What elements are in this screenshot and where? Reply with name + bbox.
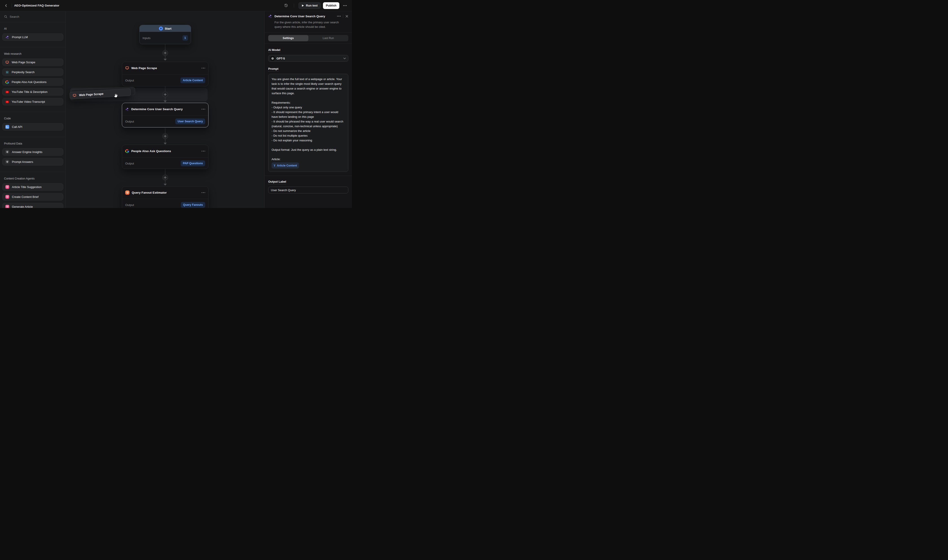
- panel-title: Determine Core User Search Query: [274, 15, 335, 18]
- dragged-item-label: Web Page Scrape: [79, 92, 104, 97]
- node-menu-button[interactable]: [202, 109, 205, 110]
- sparkles-icon: [268, 14, 272, 18]
- output-value-badge[interactable]: Article Content: [180, 77, 205, 83]
- sidebar-item-label: YouTube Video Transcript: [12, 100, 45, 103]
- node-title: Web Page Scrape: [131, 66, 199, 70]
- section-label-web-research: Web research: [4, 52, 62, 55]
- publish-button[interactable]: Publish: [323, 2, 339, 9]
- flow-builder-app: AEO-Optimized FAQ Generator Run test Pub…: [0, 0, 352, 208]
- flow-canvas[interactable]: Start Inputs 1 Web Page Scrape Output Ar…: [66, 11, 265, 208]
- search-icon: [4, 15, 8, 18]
- arrow-down-icon: [164, 143, 167, 145]
- sidebar-item-label: Web Page Scrape: [12, 61, 35, 64]
- publish-label: Publish: [326, 4, 336, 7]
- profound-dark-icon: [5, 160, 9, 164]
- output-label: Output: [125, 120, 134, 123]
- start-node-title: Start: [165, 27, 171, 30]
- plus-icon: [164, 52, 166, 54]
- plus-icon: [164, 93, 166, 96]
- tab-settings[interactable]: Settings: [268, 35, 308, 41]
- youtube-icon: [5, 90, 9, 94]
- divider: [294, 4, 294, 8]
- sidebar-item-label: Call API: [12, 125, 22, 129]
- ellipsis-icon: [343, 5, 347, 6]
- node-title: Query Fanout Estimator: [132, 191, 199, 194]
- sidebar-item-label: Answer Engine Insights: [12, 150, 42, 154]
- start-node-body: Inputs 1: [140, 32, 191, 44]
- node-menu-button[interactable]: [202, 151, 205, 152]
- inputs-count-badge[interactable]: 1: [182, 35, 188, 41]
- divider: [0, 172, 66, 172]
- node-web-page-scrape[interactable]: Web Page Scrape Output Article Content: [122, 62, 208, 86]
- arrow-down-icon: [164, 100, 167, 102]
- add-node-button[interactable]: [162, 50, 168, 56]
- sidebar-item-people-also-ask[interactable]: People Also Ask Questions: [2, 78, 63, 86]
- panel-menu-button[interactable]: [337, 16, 341, 17]
- arrow-down-icon: [164, 59, 167, 61]
- tab-last-run[interactable]: Last Run: [308, 35, 349, 41]
- prompt-editor[interactable]: You are given the full text of a webpage…: [268, 74, 348, 172]
- output-value-badge[interactable]: PAP Questions: [181, 160, 205, 166]
- workflow-title: AEO-Optimized FAQ Generator: [14, 4, 59, 7]
- monitor-icon: [73, 94, 77, 97]
- sidebar-item-create-content-brief[interactable]: Create Content Brief: [2, 193, 63, 201]
- sidebar-item-prompt-llm[interactable]: Prompt LLM: [2, 34, 63, 41]
- history-icon: [284, 4, 288, 8]
- add-node-button[interactable]: [162, 92, 168, 97]
- close-icon[interactable]: [345, 15, 348, 18]
- more-menu-button[interactable]: [342, 2, 348, 9]
- plus-icon: [164, 135, 166, 137]
- history-button[interactable]: [283, 2, 289, 9]
- run-test-button[interactable]: Run test: [299, 2, 321, 9]
- monitor-icon: [5, 61, 9, 64]
- ai-model-select[interactable]: GPT-5: [268, 55, 348, 62]
- output-value-badge[interactable]: User Search Query: [175, 118, 205, 124]
- youtube-icon: [5, 100, 9, 104]
- sidebar-item-perplexity-search[interactable]: Perplexity Search: [2, 68, 63, 76]
- sidebar-item-web-page-scrape[interactable]: Web Page Scrape: [2, 58, 63, 66]
- node-determine-core-user-search-query[interactable]: Determine Core User Search Query Output …: [122, 103, 208, 128]
- output-value-badge[interactable]: Query Fanouts: [181, 202, 205, 208]
- back-button[interactable]: [3, 2, 9, 9]
- plus-icon: [164, 176, 166, 179]
- profound-pink-icon: [5, 195, 9, 199]
- ai-model-label: AI Model: [268, 48, 280, 52]
- terminal-icon: [5, 125, 9, 129]
- section-label-code: Code: [4, 117, 62, 120]
- sidebar-item-youtube-transcript[interactable]: YouTube Video Transcript: [2, 98, 63, 105]
- sidebar-item-label: Generate Article: [12, 205, 33, 208]
- sidebar-item-label: People Also Ask Questions: [12, 80, 46, 84]
- output-label-input[interactable]: [268, 187, 348, 194]
- sidebar-item-answer-engine-insights[interactable]: Answer Engine Insights: [2, 148, 63, 156]
- node-menu-button[interactable]: [202, 192, 205, 193]
- section-label-profound-data: Profound Data: [4, 142, 62, 145]
- start-node-header: Start: [140, 25, 191, 32]
- output-label: Output: [125, 203, 134, 207]
- sidebar-item-label: Create Content Brief: [12, 195, 38, 198]
- profound-orange-icon: [125, 191, 129, 195]
- node-menu-button[interactable]: [202, 68, 205, 69]
- sidebar-item-label: Prompt Answers: [12, 160, 33, 163]
- add-node-button[interactable]: [162, 175, 168, 180]
- search-input[interactable]: [10, 15, 62, 18]
- sidebar-item-label: Prompt LLM: [12, 35, 28, 39]
- sidebar-item-call-api[interactable]: Call API: [2, 123, 63, 131]
- node-library-sidebar: AI Prompt LLM Web research Web Page Scra…: [0, 11, 66, 208]
- add-node-button[interactable]: [162, 133, 168, 139]
- start-node[interactable]: Start Inputs 1: [139, 25, 191, 44]
- article-content-token-chip[interactable]: T Article Content: [272, 162, 299, 169]
- node-description: For the given article, infer the primary…: [274, 20, 342, 29]
- google-icon: [5, 80, 9, 84]
- sidebar-item-generate-article[interactable]: Generate Article: [2, 203, 63, 208]
- play-icon: [302, 4, 304, 7]
- node-people-also-ask-questions[interactable]: People Also Ask Questions Output PAP Que…: [122, 145, 208, 169]
- sidebar-item-youtube-title[interactable]: YouTube Title & Description: [2, 88, 63, 95]
- sidebar-item-prompt-answers[interactable]: Prompt Answers: [2, 158, 63, 166]
- top-bar: AEO-Optimized FAQ Generator Run test Pub…: [0, 0, 352, 11]
- inputs-label: Inputs: [143, 36, 150, 40]
- node-query-fanout-estimator[interactable]: Query Fanout Estimator Output Query Fano…: [122, 186, 208, 208]
- sidebar-item-article-title-suggestion[interactable]: Article Title Suggestion: [2, 183, 63, 191]
- run-test-label: Run test: [306, 4, 317, 7]
- lightning-icon: [159, 26, 163, 31]
- arrow-down-icon: [164, 184, 167, 186]
